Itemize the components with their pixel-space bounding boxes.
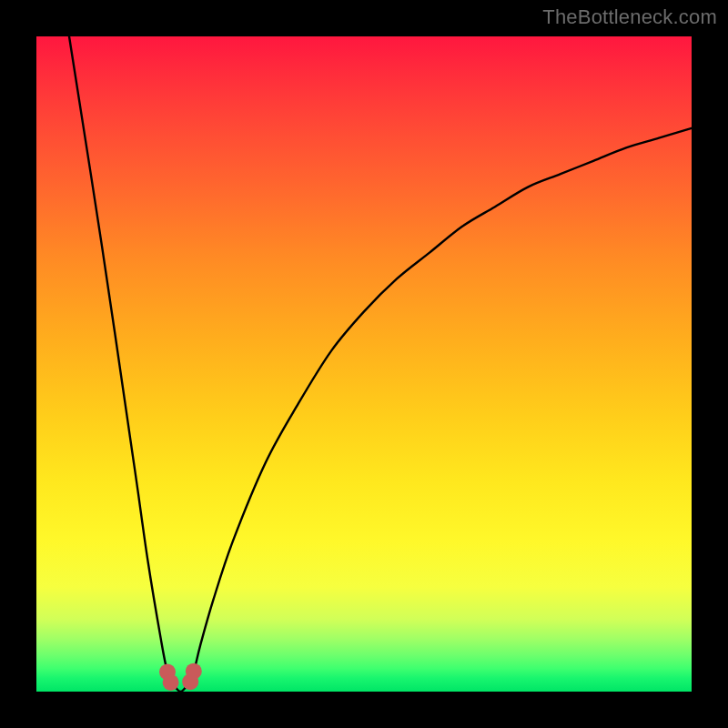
curve-marker xyxy=(163,674,179,691)
chart-frame: TheBottleneck.com xyxy=(0,0,728,728)
bottleneck-curve xyxy=(69,36,692,692)
curve-markers xyxy=(159,663,202,691)
bottleneck-curve-svg xyxy=(36,36,692,692)
watermark-text: TheBottleneck.com xyxy=(542,5,717,29)
plot-area xyxy=(36,36,692,692)
curve-marker xyxy=(186,663,202,680)
